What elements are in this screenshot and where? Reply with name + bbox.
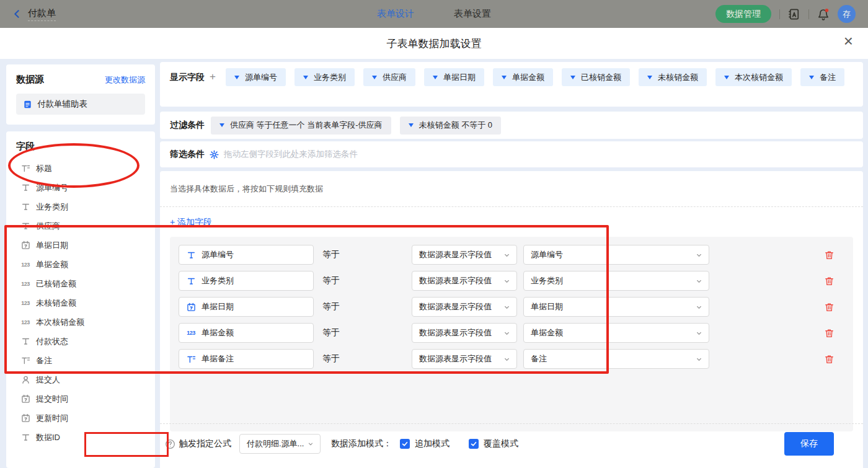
- address-book-icon[interactable]: [788, 8, 800, 20]
- formula-select[interactable]: 付款明细.源单...: [239, 434, 321, 454]
- rule-target-field[interactable]: 源单编号: [179, 245, 314, 265]
- field-list-item[interactable]: 123本次核销金额: [16, 312, 145, 332]
- rule-operator-label: 等于: [314, 301, 412, 312]
- caret-down-icon: [372, 76, 377, 79]
- caret-down-icon: [409, 123, 414, 127]
- mode-checkbox-group[interactable]: 覆盖模式: [469, 438, 518, 449]
- rule-value-select[interactable]: 单据日期: [523, 297, 709, 317]
- display-field-tag-label: 供应商: [383, 72, 407, 83]
- field-list-item[interactable]: 备注: [16, 351, 145, 370]
- rule-value-select[interactable]: 业务类别: [523, 271, 709, 291]
- field-list-item[interactable]: 提交人: [16, 370, 145, 389]
- footer-bar: 触发指定公式 付款明细.源单... 数据添加模式： 追加模式覆盖模式 保存: [165, 428, 853, 460]
- field-list-item-label: 源单编号: [36, 182, 68, 193]
- datasource-title: 数据源: [16, 74, 44, 86]
- number-field-icon: 123: [186, 330, 196, 336]
- fill-rule-row: 单据日期等于数据源表显示字段值单据日期: [179, 297, 844, 317]
- field-list-item[interactable]: 123单据金额: [16, 255, 145, 274]
- close-icon[interactable]: ×: [844, 33, 853, 49]
- display-field-tag-label: 备注: [820, 72, 836, 83]
- caret-down-icon: [433, 76, 438, 79]
- field-list-item-label: 提交人: [36, 374, 60, 386]
- caret-down-icon: [647, 76, 652, 79]
- notification-bell-icon[interactable]: [817, 8, 830, 20]
- chevron-down-icon: [695, 329, 703, 337]
- rule-rows-container: 源单编号等于数据源表显示字段值源单编号业务类别等于数据源表显示字段值业务类别单据…: [170, 237, 853, 431]
- display-field-tag[interactable]: 源单编号: [226, 68, 286, 86]
- rule-source-select[interactable]: 数据源表显示字段值: [412, 323, 517, 343]
- data-manage-button[interactable]: 数据管理: [715, 5, 771, 23]
- text-field-icon: [20, 433, 30, 442]
- display-field-tag[interactable]: 单据金额: [493, 68, 553, 86]
- person-field-icon: [20, 375, 30, 384]
- datasource-table-item[interactable]: 付款单辅助表: [16, 94, 145, 115]
- trash-icon[interactable]: [824, 354, 835, 364]
- rule-target-field[interactable]: 单据日期: [179, 297, 314, 317]
- field-list-item[interactable]: 123未核销金额: [16, 293, 145, 312]
- rules-panel: 当选择具体数据后，将按如下规则填充数据 + 添加字段 源单编号等于数据源表显示字…: [160, 171, 863, 468]
- rules-hint: 当选择具体数据后，将按如下规则填充数据: [160, 171, 863, 195]
- rule-value-select-value: 备注: [531, 353, 547, 364]
- save-button[interactable]: 保存: [784, 432, 834, 456]
- field-list-item[interactable]: 标题: [16, 159, 145, 178]
- field-list-item[interactable]: 供应商: [16, 216, 145, 236]
- checkbox-checked-icon[interactable]: [400, 439, 410, 449]
- filter-condition-tag[interactable]: 供应商 等于任意一个 当前表单字段-供应商: [211, 117, 391, 135]
- rule-value-select[interactable]: 单据金额: [523, 323, 709, 343]
- chevron-down-icon: [695, 355, 703, 363]
- display-field-tag[interactable]: 未核销金额: [639, 68, 707, 86]
- field-list-item-label: 未核销金额: [36, 298, 76, 309]
- display-field-tag[interactable]: 本次核销金额: [715, 68, 792, 86]
- rule-source-select[interactable]: 数据源表显示字段值: [412, 271, 517, 291]
- rule-target-field[interactable]: 123单据金额: [179, 323, 314, 343]
- add-field-button[interactable]: + 添加字段: [170, 217, 212, 228]
- field-list-item-label: 已核销金额: [36, 278, 76, 289]
- rule-source-select[interactable]: 数据源表显示字段值: [412, 349, 517, 369]
- filter-tags: 供应商 等于任意一个 当前表单字段-供应商未核销金额 不等于 0: [211, 117, 501, 135]
- tab-form-design[interactable]: 表单设计: [377, 8, 414, 20]
- add-display-field-icon[interactable]: +: [210, 71, 216, 83]
- field-list-item[interactable]: 数据ID: [16, 428, 145, 447]
- display-field-tag[interactable]: 备注: [800, 68, 844, 86]
- rule-source-select[interactable]: 数据源表显示字段值: [412, 297, 517, 317]
- rule-source-select-value: 数据源表显示字段值: [419, 301, 492, 312]
- field-list-item[interactable]: 单据日期: [16, 236, 145, 255]
- field-list-item[interactable]: 更新时间: [16, 408, 145, 428]
- gear-icon[interactable]: [210, 150, 219, 159]
- trash-icon[interactable]: [824, 328, 835, 338]
- rule-value-select[interactable]: 备注: [523, 349, 709, 369]
- field-list-item[interactable]: 提交时间: [16, 389, 145, 408]
- field-list-item[interactable]: 源单编号: [16, 178, 145, 197]
- mode-checkbox-label: 追加模式: [415, 438, 450, 449]
- rule-target-field-label: 单据金额: [202, 327, 234, 338]
- rule-target-field[interactable]: 单据备注: [179, 349, 314, 369]
- number-field-icon: 123: [20, 281, 30, 287]
- date-field-icon: [20, 241, 30, 250]
- display-field-tag[interactable]: 单据日期: [424, 68, 484, 86]
- checkbox-checked-icon[interactable]: [469, 439, 479, 449]
- user-avatar[interactable]: 存: [838, 5, 856, 23]
- mode-checkbox-group[interactable]: 追加模式: [400, 438, 450, 449]
- help-icon[interactable]: [165, 439, 175, 449]
- display-field-tag[interactable]: 供应商: [363, 68, 415, 86]
- divider: [160, 206, 863, 207]
- field-list-item[interactable]: 业务类别: [16, 197, 145, 216]
- trash-icon[interactable]: [824, 302, 835, 312]
- display-field-tag[interactable]: 业务类别: [294, 68, 355, 86]
- date-field-icon: [20, 413, 30, 423]
- trash-icon[interactable]: [824, 276, 835, 286]
- rule-target-field[interactable]: 业务类别: [179, 271, 314, 291]
- rule-value-select-value: 源单编号: [531, 249, 563, 260]
- field-list-item[interactable]: 付款状态: [16, 332, 145, 351]
- back-icon[interactable]: [12, 9, 22, 19]
- field-list-item-label: 标题: [36, 163, 52, 174]
- filter-condition-tag[interactable]: 未核销金额 不等于 0: [400, 117, 501, 135]
- display-field-tag[interactable]: 已核销金额: [562, 68, 630, 86]
- trash-icon[interactable]: [824, 250, 835, 260]
- field-list-item[interactable]: 123已核销金额: [16, 274, 145, 293]
- rule-source-select[interactable]: 数据源表显示字段值: [412, 245, 517, 265]
- change-datasource-link[interactable]: 更改数据源: [105, 74, 145, 86]
- form-name-title[interactable]: 付款单: [28, 7, 56, 21]
- rule-value-select[interactable]: 源单编号: [523, 245, 709, 265]
- tab-form-settings[interactable]: 表单设置: [454, 8, 491, 20]
